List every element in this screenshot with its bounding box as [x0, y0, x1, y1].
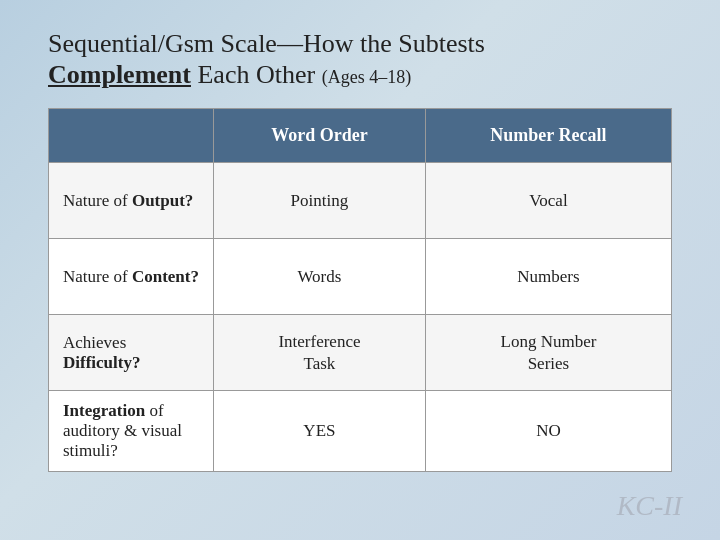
row-label-0: Nature of Output? — [49, 163, 214, 239]
header-col2: Number Recall — [425, 109, 671, 163]
comparison-table: Word Order Number Recall Nature of Outpu… — [48, 108, 672, 472]
row-label-2: Achieves Difficulty? — [49, 315, 214, 391]
table-row: Nature of Output? Pointing Vocal — [49, 163, 672, 239]
title-line1: Sequential/Gsm Scale—How the Subtests — [48, 28, 672, 59]
header-col1: Word Order — [214, 109, 426, 163]
table-row: Integration of auditory & visual stimuli… — [49, 391, 672, 472]
title-ages: (Ages 4–18) — [322, 67, 411, 87]
table-row: Achieves Difficulty? InterferenceTask Lo… — [49, 315, 672, 391]
row-label-3: Integration of auditory & visual stimuli… — [49, 391, 214, 472]
cell-2-1: InterferenceTask — [214, 315, 426, 391]
table-header-row: Word Order Number Recall — [49, 109, 672, 163]
cell-3-2: NO — [425, 391, 671, 472]
slide-container: Sequential/Gsm Scale—How the Subtests Co… — [0, 0, 720, 540]
header-col0 — [49, 109, 214, 163]
title-line2: Complement Each Other (Ages 4–18) — [48, 59, 672, 90]
table-row: Nature of Content? Words Numbers — [49, 239, 672, 315]
cell-0-1: Pointing — [214, 163, 426, 239]
cell-1-2: Numbers — [425, 239, 671, 315]
title-area: Sequential/Gsm Scale—How the Subtests Co… — [48, 28, 672, 90]
table-wrapper: Word Order Number Recall Nature of Outpu… — [48, 108, 672, 520]
cell-1-1: Words — [214, 239, 426, 315]
title-complement: Complement — [48, 60, 191, 89]
title-each-other: Each Other — [191, 60, 315, 89]
row-label-1: Nature of Content? — [49, 239, 214, 315]
cell-3-1: YES — [214, 391, 426, 472]
cell-0-2: Vocal — [425, 163, 671, 239]
cell-2-2: Long NumberSeries — [425, 315, 671, 391]
watermark: KC-II — [617, 490, 682, 522]
